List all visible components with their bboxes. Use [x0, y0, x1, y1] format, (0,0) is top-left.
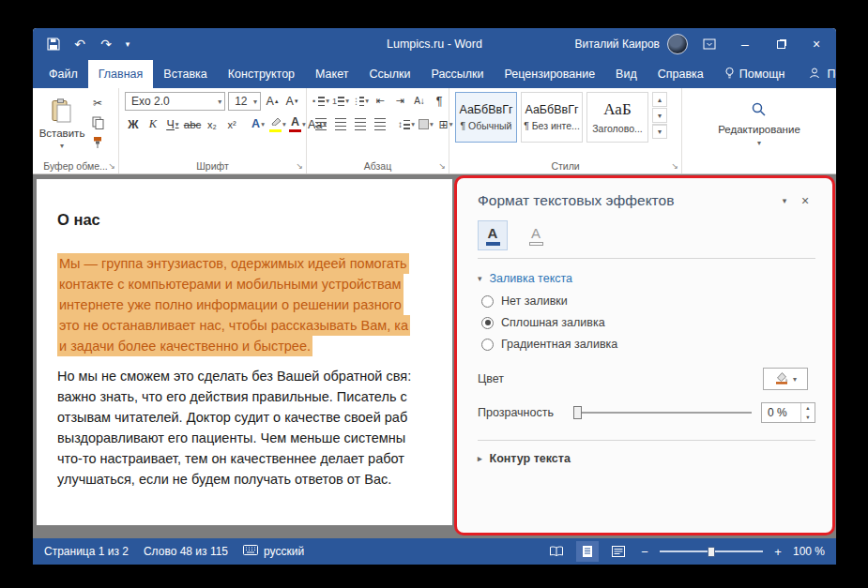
- text-effects-button[interactable]: А▾: [250, 115, 266, 133]
- align-left-icon[interactable]: [312, 115, 329, 133]
- document-page[interactable]: О нас Мы — группа энтузиастов, одержимых…: [37, 179, 452, 525]
- slider-track[interactable]: [573, 412, 752, 414]
- gallery-down-icon[interactable]: ▾: [652, 108, 667, 123]
- paste-button[interactable]: Вставить ▾: [38, 92, 85, 157]
- sort-icon[interactable]: А↓: [411, 92, 428, 110]
- font-size-combo[interactable]: 12 ▾: [228, 92, 261, 111]
- avatar[interactable]: [667, 34, 688, 54]
- tab-home[interactable]: Главная: [88, 60, 154, 88]
- zoom-in-icon[interactable]: +: [771, 545, 784, 559]
- tab-view[interactable]: Вид: [605, 60, 647, 88]
- web-layout-icon[interactable]: [607, 541, 630, 562]
- fill-color-picker-button[interactable]: ▾: [763, 368, 808, 390]
- zoom-out-icon[interactable]: −: [638, 545, 651, 559]
- bullets-icon[interactable]: •▾: [312, 92, 329, 110]
- font-color-button[interactable]: А▾: [289, 115, 306, 133]
- format-painter-icon[interactable]: [89, 135, 106, 150]
- radio-icon[interactable]: [481, 339, 494, 351]
- gallery-more-icon[interactable]: ▾: [652, 124, 667, 139]
- pilcrow-icon[interactable]: ¶: [431, 92, 448, 110]
- clipboard-dialog-launcher-icon[interactable]: ↘: [108, 162, 115, 171]
- qat-customize-icon[interactable]: ▾: [121, 33, 134, 55]
- line-spacing-icon[interactable]: ↕▾: [398, 115, 415, 133]
- tab-file[interactable]: Файл: [38, 60, 88, 88]
- tab-review[interactable]: Рецензирование: [495, 60, 606, 88]
- zoom-level[interactable]: 100 %: [793, 545, 825, 558]
- superscript-button[interactable]: х²: [223, 115, 240, 133]
- copy-icon[interactable]: [89, 115, 106, 130]
- ribbon-display-options-icon[interactable]: [695, 32, 723, 56]
- tab-references[interactable]: Ссылки: [358, 60, 420, 88]
- radio-no-fill[interactable]: Нет заливки: [481, 294, 815, 308]
- undo-icon[interactable]: ↶: [69, 33, 91, 55]
- font-name-combo[interactable]: Exo 2.0 ▾: [125, 92, 225, 111]
- account-name[interactable]: Виталий Каиров: [574, 38, 660, 51]
- radio-selected-icon[interactable]: [481, 317, 494, 329]
- pane-tab-text-fill-outline[interactable]: А: [478, 220, 508, 250]
- tab-assistant[interactable]: Помощн: [714, 60, 796, 88]
- share-button[interactable]: Поделиться: [795, 60, 836, 88]
- chevron-down-icon[interactable]: ▾: [253, 98, 257, 106]
- transparency-slider[interactable]: [573, 405, 752, 420]
- chevron-down-icon[interactable]: ▾: [218, 98, 221, 106]
- radio-gradient-fill[interactable]: Градиентная заливка: [481, 338, 815, 351]
- shading-icon[interactable]: ▾: [418, 115, 434, 133]
- decrease-indent-icon[interactable]: ⇤: [372, 92, 388, 110]
- increase-indent-icon[interactable]: ⇥: [391, 92, 408, 110]
- zoom-slider-thumb[interactable]: [708, 547, 715, 557]
- page-indicator[interactable]: Страница 1 из 2: [44, 545, 129, 558]
- language-indicator[interactable]: русский: [243, 545, 304, 558]
- restore-button[interactable]: [767, 32, 795, 56]
- italic-button[interactable]: К: [145, 115, 161, 133]
- pane-options-chevron-icon[interactable]: ▾: [774, 190, 795, 211]
- radio-solid-fill[interactable]: Сплошная заливка: [481, 316, 815, 329]
- underline-button[interactable]: Ч▾: [164, 115, 181, 133]
- align-right-icon[interactable]: [352, 115, 369, 133]
- multilevel-list-icon[interactable]: ⋮▾: [352, 92, 369, 110]
- radio-icon[interactable]: [481, 295, 494, 308]
- style-card-no-spacing[interactable]: АаБбВвГг ¶ Без инте...: [521, 92, 583, 143]
- chevron-down-icon[interactable]: ▾: [793, 375, 797, 384]
- chevron-down-icon[interactable]: ▾: [60, 142, 64, 150]
- spin-up-icon[interactable]: ▴: [801, 403, 815, 413]
- transparency-value[interactable]: 0 %: [762, 406, 800, 419]
- zoom-slider[interactable]: [660, 545, 763, 558]
- editing-group-button[interactable]: Редактирование ▾: [682, 88, 836, 173]
- align-center-icon[interactable]: [332, 115, 349, 133]
- strikethrough-button[interactable]: abc: [184, 115, 201, 133]
- style-card-heading1[interactable]: АаБ Заголово...: [586, 92, 648, 143]
- cut-icon[interactable]: ✂: [89, 96, 106, 111]
- shrink-font-button[interactable]: А▾: [283, 93, 300, 111]
- radio-label[interactable]: Нет заливки: [501, 294, 568, 308]
- bold-button[interactable]: Ж: [125, 115, 142, 133]
- tab-layout[interactable]: Макет: [305, 60, 358, 88]
- print-layout-icon[interactable]: [576, 541, 599, 562]
- styles-dialog-launcher-icon[interactable]: ↘: [671, 162, 678, 171]
- text-fill-section-header[interactable]: ▾ Заливка текста: [478, 272, 815, 285]
- grow-font-button[interactable]: А▴: [264, 93, 281, 111]
- radio-label[interactable]: Градиентная заливка: [501, 338, 617, 351]
- paragraph-dialog-launcher-icon[interactable]: ↘: [438, 162, 446, 171]
- subscript-button[interactable]: х₂: [204, 115, 221, 133]
- tab-mailings[interactable]: Рассылки: [420, 60, 494, 88]
- tab-design[interactable]: Конструктор: [218, 60, 305, 88]
- slider-thumb[interactable]: [573, 406, 582, 419]
- highlight-color-button[interactable]: ▾: [269, 115, 286, 133]
- justify-icon[interactable]: [372, 115, 388, 133]
- text-outline-section-header[interactable]: ▸ Контур текста: [478, 440, 815, 465]
- pane-close-icon[interactable]: ×: [795, 190, 815, 211]
- close-button[interactable]: ×: [802, 32, 830, 56]
- redo-icon[interactable]: ↷: [95, 33, 117, 55]
- radio-label[interactable]: Сплошная заливка: [501, 316, 605, 329]
- language-label[interactable]: русский: [264, 545, 304, 558]
- style-card-normal[interactable]: АаБбВвГг ¶ Обычный: [455, 92, 517, 143]
- spin-down-icon[interactable]: ▾: [801, 413, 815, 422]
- tab-help[interactable]: Справка: [647, 60, 714, 88]
- transparency-spinbox[interactable]: 0 % ▴ ▾: [761, 402, 815, 423]
- pane-tab-text-effects[interactable]: А: [521, 220, 551, 250]
- font-dialog-launcher-icon[interactable]: ↘: [296, 162, 303, 171]
- gallery-up-icon[interactable]: ▴: [652, 92, 667, 107]
- tab-insert[interactable]: Вставка: [153, 60, 217, 88]
- save-icon[interactable]: [42, 33, 65, 55]
- read-mode-icon[interactable]: [545, 541, 568, 562]
